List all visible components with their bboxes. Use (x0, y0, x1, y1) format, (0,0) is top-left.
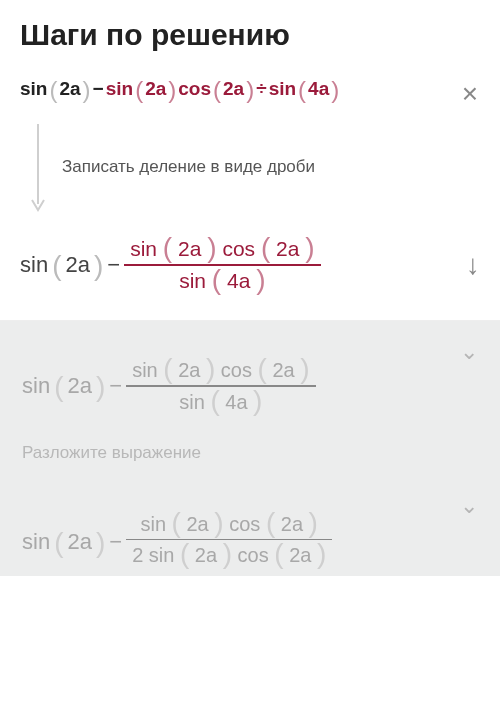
fn-sin: sin (130, 237, 157, 260)
numerator: sin ( 2a ) cos ( 2a ) (124, 234, 320, 264)
arrow-down-icon[interactable]: ↓ (466, 249, 480, 281)
arg: 2a (67, 529, 91, 555)
paren-close: ) (300, 353, 309, 384)
paren-open: ( (163, 353, 172, 384)
arg: 2a (272, 359, 294, 381)
paren-open: ( (135, 82, 143, 99)
arg: 2a (195, 544, 217, 566)
next-steps-overlay: ⌄ sin ( 2a ) − sin ( 2a ) cos ( 2a ) (0, 321, 500, 576)
step-card[interactable]: ⌄ sin ( 2a ) − sin ( 2a ) cos ( 2a ) (0, 327, 500, 481)
page-title: Шаги по решению (20, 18, 480, 52)
paren-open: ( (163, 232, 172, 263)
paren-open: ( (213, 82, 221, 99)
paren-open: ( (52, 256, 61, 276)
fn-cos: cos (221, 359, 252, 381)
paren-close: ) (317, 540, 326, 569)
step-section: × sin ( 2a ) − sin ( 2a ) cos ( 2a ) ÷ s… (0, 62, 500, 321)
arg: 2a (281, 513, 303, 535)
expression-original: sin ( 2a ) − sin ( 2a ) cos ( 2a ) ÷ sin… (20, 78, 480, 100)
arg: 2a (145, 78, 166, 100)
arg: 2a (178, 359, 200, 381)
fraction: sin ( 2a ) cos ( 2a ) sin ( 4a ) (124, 234, 320, 296)
paren-close: ) (96, 533, 105, 553)
paren-open: ( (54, 377, 63, 397)
arg: 2a (276, 237, 299, 260)
step-sublabel: Разложите выражение (22, 443, 478, 463)
paren-open: ( (54, 533, 63, 553)
op-minus: − (109, 529, 122, 555)
paren-open: ( (210, 385, 219, 416)
paren-close: ) (246, 82, 254, 99)
expression-result: sin ( 2a ) − sin ( 2a ) cos ( 2a ) sin (20, 234, 321, 296)
paren-open: ( (261, 232, 270, 263)
numerator: sin ( 2a ) cos ( 2a ) (134, 509, 323, 539)
fraction: sin ( 2a ) cos ( 2a ) 2 sin ( 2a ) cos (126, 509, 332, 577)
op-minus: − (93, 78, 104, 100)
paren-open: ( (49, 82, 57, 99)
arg: 4a (308, 78, 329, 100)
paren-open: ( (258, 353, 267, 384)
arg: 2a (223, 78, 244, 100)
fn-sin: sin (20, 78, 47, 100)
paren-close: ) (206, 353, 215, 384)
fn-sin: sin (132, 359, 158, 381)
header: Шаги по решению (0, 0, 500, 62)
step-card[interactable]: ⌄ sin ( 2a ) − sin ( 2a ) cos ( 2a ) (0, 481, 500, 577)
paren-close: ) (207, 232, 216, 263)
fn-cos: cos (229, 513, 260, 535)
paren-close: ) (94, 256, 103, 276)
arg: 2a (178, 237, 201, 260)
coef: 2 (132, 544, 143, 566)
fn-sin: sin (269, 78, 296, 100)
arg: 2a (187, 513, 209, 535)
fn-sin: sin (140, 513, 166, 535)
paren-open: ( (274, 540, 283, 569)
fn-cos: cos (222, 237, 255, 260)
arg: 4a (225, 391, 247, 413)
paren-close: ) (83, 82, 91, 99)
fn-sin: sin (20, 252, 48, 278)
expression-result-row: sin ( 2a ) − sin ( 2a ) cos ( 2a ) sin (20, 234, 480, 296)
expression-gray: sin ( 2a ) − sin ( 2a ) cos ( 2a ) 2 (22, 509, 478, 577)
fn-cos: cos (178, 78, 211, 100)
close-icon[interactable]: × (462, 78, 478, 110)
paren-close: ) (214, 507, 223, 538)
fn-sin: sin (179, 391, 205, 413)
chevron-down-icon[interactable]: ⌄ (460, 493, 478, 519)
fn-sin: sin (149, 544, 175, 566)
paren-close: ) (253, 385, 262, 416)
paren-close: ) (168, 82, 176, 99)
step-description: Записать деление в виде дроби (62, 157, 315, 177)
fn-sin: sin (22, 373, 50, 399)
step-note-row: Записать деление в виде дроби (28, 122, 480, 212)
arg: 4a (227, 269, 250, 292)
paren-close: ) (309, 507, 318, 538)
denominator: sin ( 4a ) (173, 387, 268, 417)
paren-close: ) (223, 540, 232, 569)
denominator: 2 sin ( 2a ) cos ( 2a ) (126, 540, 332, 576)
paren-open: ( (180, 540, 189, 569)
arg: 2a (67, 373, 91, 399)
chevron-down-icon[interactable]: ⌄ (460, 339, 478, 365)
fn-sin: sin (22, 529, 50, 555)
paren-open: ( (172, 507, 181, 538)
paren-close: ) (96, 377, 105, 397)
fn-sin: sin (179, 269, 206, 292)
fraction: sin ( 2a ) cos ( 2a ) sin ( 4a ) (126, 355, 315, 417)
arg: 2a (59, 78, 80, 100)
paren-open: ( (298, 82, 306, 99)
op-div: ÷ (256, 78, 266, 100)
op-minus: − (109, 373, 122, 399)
arg: 2a (65, 252, 89, 278)
paren-open: ( (266, 507, 275, 538)
paren-open: ( (212, 264, 221, 295)
paren-close: ) (305, 232, 314, 263)
numerator: sin ( 2a ) cos ( 2a ) (126, 355, 315, 385)
op-minus: − (107, 252, 120, 278)
paren-close: ) (331, 82, 339, 99)
denominator: sin ( 4a ) (173, 266, 271, 296)
arrow-down-icon (28, 122, 48, 212)
arg: 2a (289, 544, 311, 566)
fn-cos: cos (238, 544, 269, 566)
paren-close: ) (256, 264, 265, 295)
